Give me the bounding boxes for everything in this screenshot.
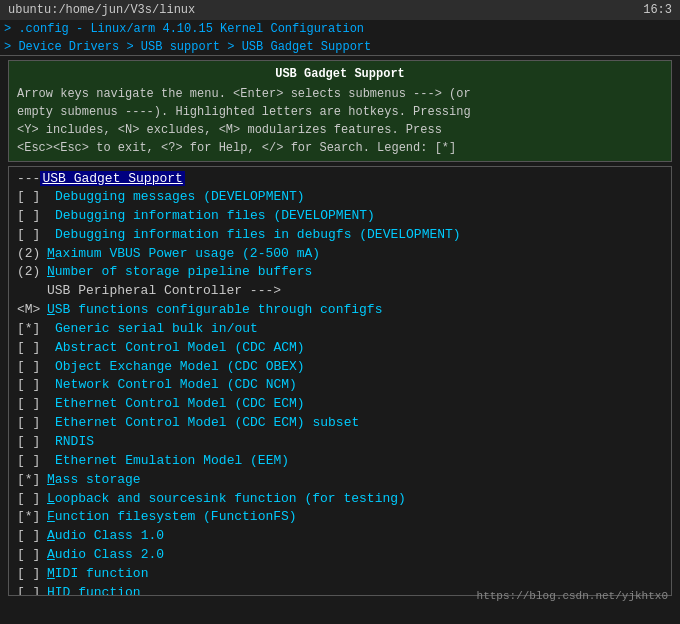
item-bracket: [ ] [17,358,47,377]
list-item[interactable]: [ ] Audio Class 1.0 [9,527,671,546]
list-item[interactable]: [ ] Ethernet Emulation Model (EEM) [9,452,671,471]
title-bar: ubuntu:/home/jun/V3s/linux 16:3 [0,0,680,20]
item-label: Ethernet Control Model (CDC ECM) subset [47,414,359,433]
list-item[interactable]: [ ] Ethernet Control Model (CDC ECM) [9,395,671,414]
breadcrumb-line1: > .config - Linux/arm 4.10.15 Kernel Con… [0,20,680,38]
help-line1: Arrow keys navigate the menu. <Enter> se… [17,85,663,103]
list-item[interactable]: [ ] Audio Class 2.0 [9,546,671,565]
list-item[interactable]: [ ] MIDI function [9,565,671,584]
item-bracket: [*] [17,508,47,527]
list-item[interactable]: USB Peripheral Controller ---> [9,282,671,301]
item-label: USB Peripheral Controller ---> [47,282,281,301]
item-label: HID function [47,584,141,596]
list-item[interactable]: [ ] Debugging messages (DEVELOPMENT) [9,188,671,207]
item-bracket: [ ] [17,433,47,452]
item-bracket: [ ] [17,584,47,596]
list-item[interactable]: [ ] Debugging information files in debug… [9,226,671,245]
item-label: Generic serial bulk in/out [47,320,258,339]
list-item[interactable]: (2) Number of storage pipeline buffers [9,263,671,282]
list-item[interactable]: [ ] Abstract Control Model (CDC ACM) [9,339,671,358]
help-box: USB Gadget Support Arrow keys navigate t… [8,60,672,162]
item-label: Audio Class 2.0 [47,546,164,565]
item-bracket: [ ] [17,490,47,509]
help-line3: <Y> includes, <N> excludes, <M> modulari… [17,121,663,139]
list-item[interactable]: [*] Mass storage [9,471,671,490]
menu-title-row: -- - USB Gadget Support [9,171,671,186]
item-label: Maximum VBUS Power usage (2-500 mA) [47,245,320,264]
item-label: Audio Class 1.0 [47,527,164,546]
list-item[interactable]: (2) Maximum VBUS Power usage (2-500 mA) [9,245,671,264]
item-label: Debugging messages (DEVELOPMENT) [47,188,305,207]
item-bracket: [ ] [17,376,47,395]
help-line2: empty submenus ----). Highlighted letter… [17,103,663,121]
item-label: Object Exchange Model (CDC OBEX) [47,358,305,377]
item-label: Debugging information files (DEVELOPMENT… [47,207,375,226]
item-label: USB functions configurable through confi… [47,301,382,320]
list-item[interactable]: [ ] Loopback and sourcesink function (fo… [9,490,671,509]
item-bracket: [ ] [17,546,47,565]
item-bracket: [ ] [17,452,47,471]
item-bracket: (2) [17,263,47,282]
item-bracket: [ ] [17,414,47,433]
item-bracket: [ ] [17,226,47,245]
item-label: Ethernet Emulation Model (EEM) [47,452,289,471]
menu-dashes-left: -- [17,171,33,186]
title-left: ubuntu:/home/jun/V3s/linux [8,3,195,17]
watermark: https://blog.csdn.net/yjkhtx0 [477,590,668,602]
item-label: Mass storage [47,471,141,490]
list-item[interactable]: [*] Generic serial bulk in/out [9,320,671,339]
item-label: Debugging information files in debugfs (… [47,226,461,245]
item-label: Network Control Model (CDC NCM) [47,376,297,395]
item-label: Function filesystem (FunctionFS) [47,508,297,527]
list-item[interactable]: [ ] Object Exchange Model (CDC OBEX) [9,358,671,377]
breadcrumb-line2: > Device Drivers > USB support > USB Gad… [0,38,680,56]
help-box-title: USB Gadget Support [17,65,663,83]
main-menu[interactable]: -- - USB Gadget Support [ ] Debugging me… [8,166,672,596]
list-item[interactable]: [ ] Ethernet Control Model (CDC ECM) sub… [9,414,671,433]
item-bracket: [ ] [17,207,47,226]
menu-title: USB Gadget Support [40,171,184,186]
item-bracket: [ ] [17,565,47,584]
menu-items-container: [ ] Debugging messages (DEVELOPMENT)[ ] … [9,188,671,596]
item-label: Ethernet Control Model (CDC ECM) [47,395,305,414]
help-line4: <Esc><Esc> to exit, <?> for Help, </> fo… [17,139,663,157]
item-label: Loopback and sourcesink function (for te… [47,490,406,509]
item-bracket: [ ] [17,339,47,358]
item-label: RNDIS [47,433,94,452]
item-bracket: [ ] [17,188,47,207]
list-item[interactable]: [ ] Network Control Model (CDC NCM) [9,376,671,395]
item-bracket: [ ] [17,395,47,414]
item-bracket: [ ] [17,527,47,546]
list-item[interactable]: [*] Function filesystem (FunctionFS) [9,508,671,527]
item-bracket: <M> [17,301,47,320]
item-bracket: (2) [17,245,47,264]
list-item[interactable]: <M> USB functions configurable through c… [9,301,671,320]
item-bracket: [*] [17,320,47,339]
item-bracket: [*] [17,471,47,490]
item-label: Number of storage pipeline buffers [47,263,312,282]
item-label: Abstract Control Model (CDC ACM) [47,339,305,358]
list-item[interactable]: [ ] Debugging information files (DEVELOP… [9,207,671,226]
title-right: 16:3 [643,3,672,17]
item-label: MIDI function [47,565,148,584]
list-item[interactable]: [ ] RNDIS [9,433,671,452]
